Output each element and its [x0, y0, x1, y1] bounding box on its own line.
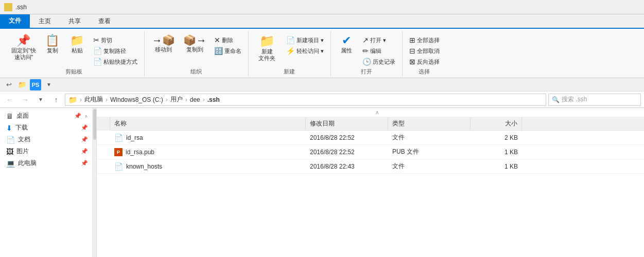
col-header-size[interactable]: 大小	[471, 117, 522, 130]
sidebar-scrollbar[interactable]	[93, 108, 97, 257]
new-folder-icon: 📁	[259, 35, 275, 47]
sidebar-item-desktop[interactable]: 🖥 桌面 📌 ∧	[0, 110, 92, 122]
path-folder-icon: 📁	[68, 96, 77, 104]
cell-type-known-hosts: 文件	[388, 159, 471, 173]
up-button[interactable]: ↑	[49, 93, 63, 106]
file-row-known-hosts[interactable]: 📄 known_hosts 2016/8/28 22:43 文件 1 KB	[97, 159, 644, 174]
copy-to-button[interactable]: 📦→ 复制到	[180, 33, 210, 55]
rename-button[interactable]: 🔠 重命名	[212, 46, 244, 56]
address-path[interactable]: 📁 › 此电脑 › Windows8_OS (C:) › 用户 › dee › …	[65, 94, 546, 106]
new-item-button[interactable]: 📄 新建项目 ▾	[284, 35, 326, 45]
select-all-button[interactable]: ⊞ 全部选择	[407, 35, 442, 45]
path-users: 用户	[170, 95, 183, 104]
path-ssh: .ssh	[207, 96, 220, 103]
copy-to-icon: 📦→	[183, 35, 206, 45]
paste-button[interactable]: 📁 粘贴	[66, 33, 89, 56]
cell-type-id-rsa-pub: PUB 文件	[388, 145, 471, 159]
cell-date-id-rsa-pub: 2016/8/28 22:52	[306, 145, 388, 159]
history-button[interactable]: 🕒 历史记录	[360, 57, 398, 67]
col-header-type[interactable]: 类型	[388, 117, 471, 130]
forward-button[interactable]: →	[19, 93, 32, 106]
search-input[interactable]: 🔍 搜索 .ssh	[548, 94, 641, 106]
pin-button[interactable]: 📌 固定到"快速访问"	[8, 33, 39, 63]
cell-name-known-hosts: 📄 known_hosts	[110, 159, 306, 173]
sidebar-item-pictures[interactable]: 🖼 图片 📌	[0, 145, 92, 157]
qa-dropdown[interactable]: ▼	[43, 79, 55, 90]
tab-share[interactable]: 共享	[60, 14, 90, 28]
cut-button[interactable]: ✂ 剪切	[91, 35, 140, 45]
path-thispc: 此电脑	[84, 95, 103, 104]
qa-terminal[interactable]: PS	[30, 79, 41, 90]
select-all-icon: ⊞	[409, 36, 415, 44]
history-icon: 🕒	[362, 58, 371, 66]
ribbon-section-organize: →📦 移动到 📦→ 复制到 ✕ 删除 🔠 重命名 组织	[145, 31, 249, 77]
tab-file[interactable]: 文件	[0, 14, 30, 28]
open-btn[interactable]: ↗ 打开 ▾	[360, 35, 398, 45]
dropdown-nav-button[interactable]: ▼	[34, 93, 47, 106]
sidebar-downloads-label: 下载	[15, 123, 28, 132]
cell-name-id-rsa-pub: P id_rsa.pub	[110, 145, 306, 159]
sidebar-item-thispc[interactable]: 💻 此电脑 📌	[0, 157, 92, 169]
pin-documents: 📌	[81, 136, 88, 143]
easy-access-button[interactable]: ⚡ 轻松访问 ▾	[284, 46, 326, 56]
copy-path-icon: 📄	[93, 47, 102, 55]
copy-path-button[interactable]: 📄 复制路径	[91, 46, 140, 56]
open-label: 打开 ▾	[370, 36, 386, 44]
copy-button[interactable]: 📋 复制	[41, 33, 64, 56]
sort-indicator-row: ∧	[97, 108, 644, 117]
delete-button[interactable]: ✕ 删除	[212, 35, 244, 45]
cell-name-id-rsa: 📄 id_rsa	[110, 131, 306, 144]
delete-label: 删除	[222, 36, 233, 44]
pin-downloads: 📌	[81, 124, 88, 131]
sidebar-desktop-label: 桌面	[16, 112, 29, 120]
invert-select-label: 反向选择	[417, 58, 440, 66]
sidebar-pictures-label: 图片	[16, 147, 29, 156]
tab-view[interactable]: 查看	[90, 14, 119, 28]
paste-shortcut-button[interactable]: 📄 粘贴快捷方式	[91, 57, 140, 67]
invert-select-icon: ⊠	[409, 58, 415, 66]
move-to-label: 移动到	[155, 46, 172, 53]
qa-folder[interactable]: 📁	[16, 79, 28, 90]
id-rsa-icon: 📄	[114, 134, 123, 142]
back-button[interactable]: ←	[3, 93, 16, 106]
paste-label: 粘贴	[72, 47, 83, 54]
sidebar: 🖥 桌面 📌 ∧ ⬇ 下载 📌 📄 文档 📌 🖼 图片 📌 💻 此电脑 📌	[0, 108, 93, 257]
qa-back[interactable]: ↩	[3, 79, 14, 90]
select-none-icon: ⊟	[409, 47, 415, 55]
select-none-button[interactable]: ⊟ 全部取消	[407, 46, 442, 56]
easy-access-icon: ⚡	[286, 47, 295, 55]
desktop-icon: 🖥	[6, 112, 13, 120]
organize-content: →📦 移动到 📦→ 复制到 ✕ 删除 🔠 重命名	[149, 31, 244, 68]
clipboard-label: 剪贴板	[65, 68, 82, 77]
sidebar-item-documents[interactable]: 📄 文档 📌	[0, 134, 92, 145]
new-folder-label: 新建文件夹	[258, 48, 275, 62]
file-row-id-rsa-pub[interactable]: P id_rsa.pub 2016/8/28 22:52 PUB 文件 1 KB	[97, 145, 644, 159]
sidebar-thispc-label: 此电脑	[18, 159, 37, 168]
new-folder-button[interactable]: 📁 新建文件夹	[253, 33, 282, 64]
sort-up-arrow: ∧	[375, 109, 379, 115]
search-icon: 🔍	[552, 96, 560, 103]
edit-button[interactable]: ✏ 编辑	[360, 46, 398, 56]
col-header-date[interactable]: 修改日期	[306, 117, 388, 130]
file-row-id-rsa[interactable]: 📄 id_rsa 2016/8/28 22:52 文件 2 KB	[97, 131, 644, 145]
sidebar-item-downloads[interactable]: ⬇ 下载 📌	[0, 122, 92, 134]
open-label: 打开	[361, 68, 372, 77]
file-list-header: 名称 修改日期 类型 大小	[97, 117, 644, 131]
col-header-name[interactable]: 名称	[110, 117, 306, 130]
select-all-label: 全部选择	[417, 36, 440, 44]
properties-button[interactable]: ✔ 属性	[335, 33, 358, 56]
ribbon-section-clipboard: 📌 固定到"快速访问" 📋 复制 📁 粘贴 ✂ 剪切 📄	[4, 31, 145, 77]
title-bar-icon	[4, 3, 12, 11]
pin-pictures: 📌	[81, 148, 88, 155]
rename-label: 重命名	[224, 47, 241, 55]
id-rsa-name: id_rsa	[126, 134, 143, 141]
move-to-button[interactable]: →📦 移动到	[149, 33, 178, 55]
tab-home[interactable]: 主页	[30, 14, 60, 28]
path-drive: Windows8_OS (C:)	[110, 96, 163, 103]
ribbon-section-select: ⊞ 全部选择 ⊟ 全部取消 ⊠ 反向选择 选择	[403, 31, 446, 77]
invert-select-button[interactable]: ⊠ 反向选择	[407, 57, 442, 67]
col-size-label: 大小	[505, 119, 517, 128]
copy-path-label: 复制路径	[103, 47, 126, 55]
paste-shortcut-icon: 📄	[93, 58, 102, 66]
pin-thispc: 📌	[81, 160, 88, 167]
